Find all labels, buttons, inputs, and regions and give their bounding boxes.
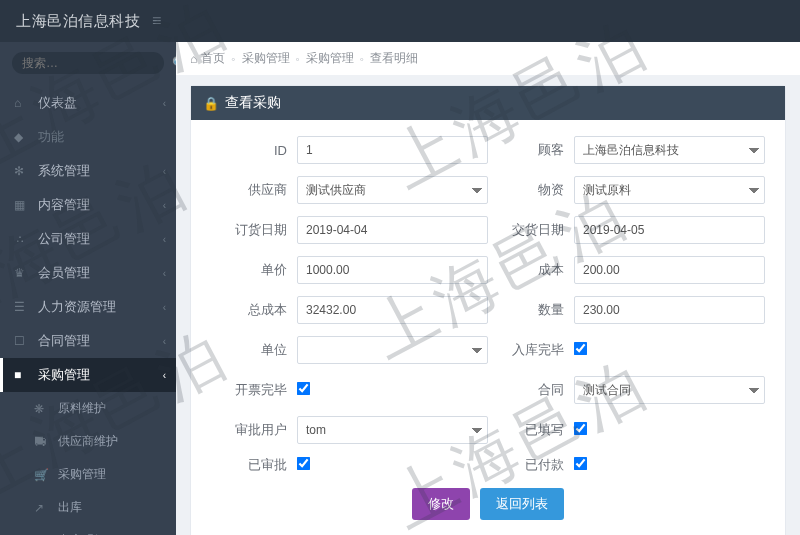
chevron-left-icon: ‹ [163, 336, 166, 347]
crown-icon: ♛ [14, 266, 30, 280]
hamburger-icon[interactable]: ≡ [152, 12, 161, 30]
diamond-icon: ◆ [14, 130, 30, 144]
lock-icon: 🔒 [203, 96, 219, 111]
portlet-view-purchase: 🔒 查看采购 ID 顾客 上海邑泊信息科技 [190, 85, 786, 535]
label-qty: 数量 [488, 301, 574, 319]
chevron-left-icon: ‹ [163, 268, 166, 279]
breadcrumb-sep: ◦ [296, 52, 300, 66]
breadcrumb-item: 查看明细 [370, 50, 418, 67]
topbar: 上海邑泊信息科技 ≡ [0, 0, 800, 42]
portlet-body: ID 顾客 上海邑泊信息科技 供应商 测试供应商 [191, 120, 785, 535]
label-paid: 已付款 [488, 456, 574, 474]
checkbox-instock[interactable] [574, 342, 588, 356]
nav-member[interactable]: ♛会员管理‹ [0, 256, 176, 290]
label-supplier: 供应商 [211, 181, 297, 199]
label-approver: 审批用户 [211, 421, 297, 439]
select-contract[interactable]: 测试合同 [574, 376, 765, 404]
nav-label: 合同管理 [38, 332, 90, 350]
chevron-left-icon: ‹ [163, 234, 166, 245]
select-unit[interactable] [297, 336, 488, 364]
home-icon[interactable]: ⌂ [190, 52, 197, 66]
label-unitprice: 单价 [211, 261, 297, 279]
label-unit: 单位 [211, 341, 297, 359]
square-filled-icon: ■ [14, 368, 30, 382]
grid-icon: ▦ [14, 198, 30, 212]
asterisk-icon: ❋ [34, 402, 50, 416]
chevron-left-icon: ‹ [163, 200, 166, 211]
nav-company[interactable]: ⛬公司管理‹ [0, 222, 176, 256]
sitemap-icon: ⛬ [14, 232, 30, 246]
breadcrumb: ⌂ 首页 ◦ 采购管理 ◦ 采购管理 ◦ 查看明细 [176, 42, 800, 75]
nav-system[interactable]: ✻系统管理‹ [0, 154, 176, 188]
nav-label: 仪表盘 [38, 94, 77, 112]
nav-material[interactable]: ❋原料维护 [0, 392, 176, 425]
chevron-left-icon: ‹ [163, 166, 166, 177]
nav-label: 采购管理 [38, 366, 90, 384]
nav-outbound[interactable]: ↗出库 [0, 491, 176, 524]
main: ⌂ 首页 ◦ 采购管理 ◦ 采购管理 ◦ 查看明细 🔒 查看采购 ID [176, 42, 800, 535]
nav-outbound-detail[interactable]: ✪出库明细 [0, 524, 176, 535]
input-unitprice[interactable] [297, 256, 488, 284]
select-material[interactable]: 测试原料 [574, 176, 765, 204]
square-icon: ☐ [14, 334, 30, 348]
label-totalcost: 总成本 [211, 301, 297, 319]
edit-button[interactable]: 修改 [412, 488, 470, 520]
label-instock: 入库完毕 [488, 341, 574, 359]
input-qty[interactable] [574, 296, 765, 324]
nav-label: 公司管理 [38, 230, 90, 248]
brand-title: 上海邑泊信息科技 [16, 12, 140, 31]
portlet-title: 🔒 查看采购 [191, 86, 785, 120]
chevron-left-icon: ‹ [163, 370, 166, 381]
label-invoice: 开票完毕 [211, 381, 297, 399]
select-approver[interactable]: tom [297, 416, 488, 444]
select-customer[interactable]: 上海邑泊信息科技 [574, 136, 765, 164]
checkbox-approved[interactable] [297, 457, 311, 471]
nav-purchase[interactable]: ■采购管理‹ [0, 358, 176, 392]
input-cost[interactable] [574, 256, 765, 284]
nav-label: 供应商维护 [58, 433, 118, 450]
arrow-out-icon: ↗ [34, 501, 50, 515]
nav-contract[interactable]: ☐合同管理‹ [0, 324, 176, 358]
breadcrumb-sep: ◦ [360, 52, 364, 66]
label-cost: 成本 [488, 261, 574, 279]
truck-icon: ⛟ [34, 435, 50, 449]
nav-supplier[interactable]: ⛟供应商维护 [0, 425, 176, 458]
form-actions: 修改 返回列表 [211, 488, 765, 520]
nav-label: 内容管理 [38, 196, 90, 214]
home-icon: ⌂ [14, 96, 30, 110]
breadcrumb-item[interactable]: 采购管理 [242, 50, 290, 67]
sidebar: 🔍 ⌂仪表盘‹ ◆功能 ✻系统管理‹ ▦内容管理‹ ⛬公司管理‹ ♛会员管理‹ … [0, 42, 176, 535]
nav-content[interactable]: ▦内容管理‹ [0, 188, 176, 222]
label-filled: 已填写 [488, 421, 574, 439]
nav-label: 会员管理 [38, 264, 90, 282]
checkbox-filled[interactable] [574, 422, 588, 436]
nav-label: 出库 [58, 499, 82, 516]
input-deliverdate[interactable] [574, 216, 765, 244]
label-approved: 已审批 [211, 456, 297, 474]
search-input[interactable] [22, 56, 172, 70]
label-orderdate: 订货日期 [211, 221, 297, 239]
label-deliverdate: 交货日期 [488, 221, 574, 239]
select-supplier[interactable]: 测试供应商 [297, 176, 488, 204]
nav-label: 采购管理 [58, 466, 106, 483]
list-icon: ☰ [14, 300, 30, 314]
sidebar-search[interactable]: 🔍 [12, 52, 164, 74]
sidebar-nav: ⌂仪表盘‹ ◆功能 ✻系统管理‹ ▦内容管理‹ ⛬公司管理‹ ♛会员管理‹ ☰人… [0, 86, 176, 535]
nav-label: 功能 [38, 128, 64, 146]
input-totalcost[interactable] [297, 296, 488, 324]
input-orderdate[interactable] [297, 216, 488, 244]
nav-label: 原料维护 [58, 400, 106, 417]
nav-hr[interactable]: ☰人力资源管理‹ [0, 290, 176, 324]
breadcrumb-item[interactable]: 采购管理 [306, 50, 354, 67]
input-id[interactable] [297, 136, 488, 164]
nav-purchase-mgmt[interactable]: 🛒采购管理 [0, 458, 176, 491]
portlet-title-text: 查看采购 [225, 94, 281, 112]
nav-label: 系统管理 [38, 162, 90, 180]
breadcrumb-home[interactable]: 首页 [201, 50, 225, 67]
nav-function[interactable]: ◆功能 [0, 120, 176, 154]
nav-dashboard[interactable]: ⌂仪表盘‹ [0, 86, 176, 120]
chevron-left-icon: ‹ [163, 302, 166, 313]
back-button[interactable]: 返回列表 [480, 488, 564, 520]
checkbox-paid[interactable] [574, 457, 588, 471]
checkbox-invoice[interactable] [297, 382, 311, 396]
